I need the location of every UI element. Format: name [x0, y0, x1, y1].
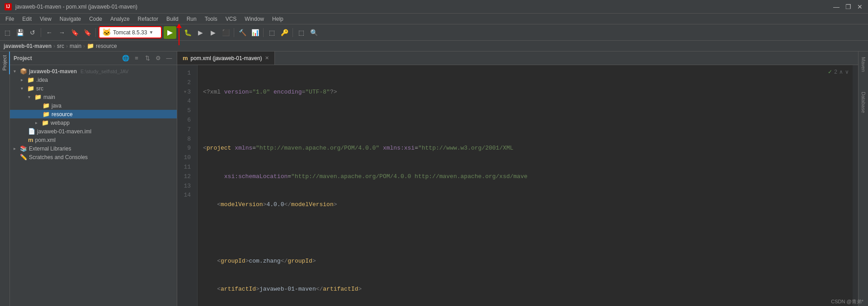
- breadcrumb-src[interactable]: src: [57, 43, 64, 49]
- toolbar-save-btn[interactable]: 💾: [14, 27, 25, 38]
- run-config-dropdown-icon: ▼: [149, 30, 153, 35]
- editor-scrollbar[interactable]: [853, 65, 858, 306]
- sidebar-minimize-btn[interactable]: —: [165, 54, 173, 62]
- java-folder-icon: 📁: [42, 102, 50, 109]
- minimize-button[interactable]: —: [833, 3, 840, 10]
- menu-build[interactable]: Build: [163, 15, 182, 23]
- sidebar-tree: ▾ 📦 javaweb-01-maven E:\study_self\std_J…: [10, 65, 177, 306]
- line-num-3: ▼3: [180, 88, 194, 97]
- tree-item-root[interactable]: ▾ 📦 javaweb-01-maven E:\study_self\std_J…: [10, 67, 177, 75]
- code-editor[interactable]: 1 2 ▼3 4 5 6 7 8 9 10 11 12 13 14: [177, 65, 858, 306]
- toolbar-sep2: [95, 28, 96, 37]
- toolbar-stop-btn[interactable]: ⬛: [220, 27, 231, 38]
- toolbar-terminal-btn[interactable]: ⬚: [266, 27, 277, 38]
- line-num-8: 8: [180, 135, 194, 144]
- line-num-2: 2: [180, 78, 194, 88]
- breadcrumb-project[interactable]: javaweb-01-maven: [4, 43, 52, 49]
- line-numbers: 1 2 ▼3 4 5 6 7 8 9 10 11 12 13 14: [177, 65, 198, 306]
- toolbar: ⬚ 💾 ↺ ← → 🔖 🔖 🐱 Tomcat 8.5.33 ▼ ▶ 🐛 ▶ ▶ …: [0, 24, 868, 41]
- menu-file[interactable]: File: [2, 15, 18, 23]
- menu-help[interactable]: Help: [269, 15, 287, 23]
- menu-tools[interactable]: Tools: [201, 15, 221, 23]
- toolbar-key-btn[interactable]: 🔑: [279, 27, 290, 38]
- bottom-bar: CSDN @青弟*: [826, 297, 868, 306]
- maximize-button[interactable]: ❐: [844, 3, 852, 10]
- toolbar-forward-btn[interactable]: →: [57, 27, 67, 38]
- tree-item-scratches[interactable]: ✏️ Scratches and Consoles: [10, 153, 177, 161]
- run-config-selector[interactable]: 🐱 Tomcat 8.5.33 ▼: [99, 26, 162, 38]
- pom-tab-label: pom.xml (javaweb-01-maven): [191, 55, 262, 61]
- toolbar-window-btn[interactable]: ⬚: [296, 27, 307, 38]
- tree-item-iml[interactable]: 📄 javaweb-01-maven.iml: [10, 127, 177, 136]
- breadcrumb-sep1: ›: [53, 43, 55, 49]
- toolbar-bookmark2-btn[interactable]: 🔖: [82, 27, 93, 38]
- toolbar-back-btn[interactable]: ←: [44, 27, 55, 38]
- tree-label-resource: resource: [52, 111, 73, 118]
- close-button[interactable]: ✕: [856, 3, 863, 10]
- tree-item-pom[interactable]: m pom.xml: [10, 136, 177, 144]
- toolbar-bookmark-btn[interactable]: 🔖: [69, 27, 80, 38]
- badge-down-icon: ∨: [845, 69, 849, 75]
- menu-window[interactable]: Window: [241, 15, 268, 23]
- tree-item-resource[interactable]: 📁 resource: [10, 110, 177, 118]
- resource-folder-icon: 📁: [42, 111, 50, 118]
- main-content: Project Project 🌐 ≡ ⇅ ⚙ — ▾ 📦 javaweb-01…: [0, 52, 868, 306]
- editor-tab-pom[interactable]: m pom.xml (javaweb-01-maven) ✕: [177, 52, 275, 65]
- sidebar-globe-btn[interactable]: 🌐: [122, 54, 130, 62]
- tree-item-java[interactable]: 📁 java: [10, 101, 177, 110]
- checkmark-icon: ✓: [828, 69, 832, 75]
- breadcrumb-sep2: ›: [66, 43, 68, 49]
- line-num-11: 11: [180, 163, 194, 172]
- tree-arrow-src: ▾: [21, 86, 25, 91]
- tree-item-main[interactable]: ▾ 📁 main: [10, 93, 177, 101]
- breadcrumb-resource[interactable]: resource: [96, 43, 117, 49]
- sidebar-sort-btn[interactable]: ⇅: [143, 54, 151, 62]
- toolbar-sync-btn[interactable]: ↺: [27, 27, 38, 38]
- run-button[interactable]: ▶: [164, 26, 176, 39]
- toolbar-debug-btn[interactable]: 🐛: [182, 27, 193, 38]
- toolbar-run2-btn[interactable]: ▶: [195, 27, 206, 38]
- toolbar-open-btn[interactable]: ⬚: [2, 27, 13, 38]
- code-content[interactable]: <?xml version="1.0" encoding="UTF-8"?> <…: [198, 65, 853, 306]
- toolbar-sep1: [41, 28, 41, 37]
- main-folder-icon: 📁: [34, 94, 42, 100]
- menu-refactor[interactable]: Refactor: [134, 15, 162, 23]
- toolbar-profile-btn[interactable]: 📊: [250, 27, 260, 38]
- code-line-1: <?xml version="1.0" encoding="UTF-8"?>: [203, 88, 847, 97]
- menu-code[interactable]: Code: [85, 15, 106, 23]
- menu-edit[interactable]: Edit: [19, 15, 35, 23]
- tree-item-src[interactable]: ▾ 📁 src: [10, 84, 177, 93]
- code-line-3: <project xmlns="http://maven.apache.org/…: [203, 144, 847, 153]
- menu-analyze[interactable]: Analyze: [107, 15, 133, 23]
- toolbar-coverage-btn[interactable]: ▶: [208, 27, 218, 38]
- tree-item-idea[interactable]: ▸ 📁 .idea: [10, 75, 177, 84]
- badge-up-icon: ∧: [839, 69, 843, 75]
- tree-item-extlibs[interactable]: ▸ 📚 External Libraries: [10, 144, 177, 153]
- editor-badge: ✓ 2 ∧ ∨: [828, 69, 849, 75]
- app-icon: IJ: [5, 3, 12, 10]
- project-tab[interactable]: Project: [0, 52, 10, 74]
- maven-tab[interactable]: Maven: [859, 52, 868, 77]
- tree-label-webapp: webapp: [51, 120, 70, 126]
- pom-tab-close[interactable]: ✕: [265, 55, 269, 61]
- sidebar-settings-btn[interactable]: ⚙: [154, 54, 162, 62]
- toolbar-search-btn[interactable]: 🔍: [308, 27, 319, 38]
- tree-label-iml: javaweb-01-maven.iml: [37, 128, 91, 135]
- toolbar-build-btn[interactable]: 🔨: [237, 27, 248, 38]
- tree-item-webapp[interactable]: ▸ 📁 webapp: [10, 118, 177, 127]
- sidebar-list-btn[interactable]: ≡: [132, 54, 141, 62]
- pom-tab-icon: m: [183, 55, 188, 61]
- menu-bar: File Edit View Navigate Code Analyze Ref…: [0, 14, 868, 24]
- menu-vcs[interactable]: VCS: [222, 15, 241, 23]
- breadcrumb-main[interactable]: main: [70, 43, 81, 49]
- database-tab[interactable]: Database: [859, 86, 868, 118]
- code-line-4: xsi:schemaLocation="http://maven.apache.…: [203, 172, 847, 182]
- run-config-label: Tomcat 8.5.33: [113, 29, 147, 36]
- code-line-7: <groupId>com.zhang</groupId>: [203, 257, 847, 266]
- editor-area: m pom.xml (javaweb-01-maven) ✕ 1 2 ▼3 4: [177, 52, 858, 306]
- fold-icon-3[interactable]: ▼: [184, 89, 186, 95]
- menu-navigate[interactable]: Navigate: [56, 15, 85, 23]
- menu-view[interactable]: View: [36, 15, 55, 23]
- tree-arrow-idea: ▸: [21, 77, 25, 82]
- menu-run[interactable]: Run: [183, 15, 200, 23]
